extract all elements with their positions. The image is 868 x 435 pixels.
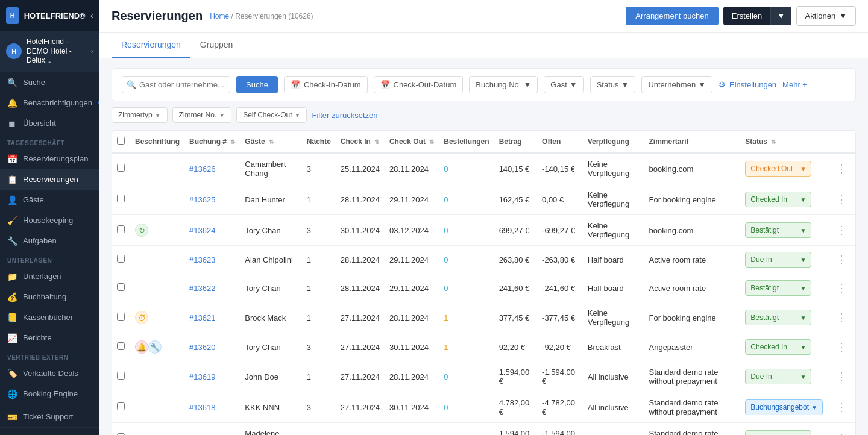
booking-link[interactable]: #13622 xyxy=(189,284,215,293)
status-header[interactable]: Status ⇅ xyxy=(740,131,828,153)
row-actions-button[interactable]: ⋮ xyxy=(832,310,851,325)
select-all-checkbox[interactable] xyxy=(117,137,125,145)
buchung-no-filter[interactable]: Buchung No. ▼ xyxy=(469,76,538,93)
row-checkbox[interactable] xyxy=(117,164,125,172)
buchung-cell: #13621 xyxy=(184,302,240,333)
row-actions-button[interactable]: ⋮ xyxy=(832,369,851,384)
row-actions-button[interactable]: ⋮ xyxy=(832,430,851,435)
unternehmen-filter[interactable]: Unternehmen ▼ xyxy=(641,76,712,93)
breadcrumb-home[interactable]: Home xyxy=(210,12,229,20)
status-badge[interactable]: Bestätigt ▼ xyxy=(745,280,811,296)
row-actions-button[interactable]: ⋮ xyxy=(832,280,851,296)
row-actions-button[interactable]: ⋮ xyxy=(832,339,851,355)
beschriftung-cell xyxy=(130,423,184,436)
zimmertarif-cell: booking.com xyxy=(644,215,741,246)
sidebar-item-buchhaltung[interactable]: 💰 Buchhaltung xyxy=(0,287,99,307)
status-badge[interactable]: Checked In ▼ xyxy=(745,339,811,355)
search-input[interactable] xyxy=(122,76,230,93)
search-button[interactable]: Suche xyxy=(236,76,278,93)
status-badge[interactable]: Checked In ▼ xyxy=(745,192,811,207)
checkin-date-filter[interactable]: 📅 Check-In-Datum xyxy=(284,76,368,93)
sidebar-item-ticket-support[interactable]: 🎫 Ticket Support xyxy=(0,407,99,427)
status-badge[interactable]: Bestätigt ▼ xyxy=(745,310,811,325)
row-checkbox[interactable] xyxy=(117,372,125,380)
buchung-cell: #13622 xyxy=(184,274,240,302)
booking-link[interactable]: #13620 xyxy=(189,343,215,352)
gast-filter[interactable]: Gast ▼ xyxy=(544,76,583,93)
naechte-cell: 1 xyxy=(302,246,336,274)
tab-reservierungen[interactable]: Reservierungen xyxy=(112,33,190,58)
sidebar-hotel[interactable]: H HotelFriend - DEMO Hotel - Delux... › xyxy=(0,31,99,72)
row-checkbox[interactable] xyxy=(117,313,125,321)
row-actions-button[interactable]: ⋮ xyxy=(832,399,851,415)
sidebar-item-suche[interactable]: 🔍 Suche xyxy=(0,72,99,93)
booking-link[interactable]: #13619 xyxy=(189,372,215,381)
status-badge[interactable]: Due In ▼ xyxy=(745,369,811,384)
checkout-date-filter[interactable]: 📅 Check-Out-Datum xyxy=(374,76,464,93)
checkout-cell: 28.11.2024 xyxy=(385,361,439,392)
chevron-down-icon: ▼ xyxy=(219,112,225,119)
checkin-header[interactable]: Check In ⇅ xyxy=(336,131,385,153)
sidebar-item-reservierungen[interactable]: 📋 Reservierungen xyxy=(0,169,99,190)
filter-reset-button[interactable]: Filter zurücksetzen xyxy=(312,111,377,120)
sidebar-item-reservierungsplan[interactable]: 📅 Reservierungsplan xyxy=(0,149,99,169)
row-checkbox[interactable] xyxy=(117,283,125,291)
row-actions-button[interactable]: ⋮ xyxy=(832,161,851,177)
naechte-cell: 3 xyxy=(302,153,336,184)
naechte-cell: 1 xyxy=(302,302,336,333)
sidebar-item-label: Booking Engine xyxy=(23,389,78,398)
buchung-header[interactable]: Buchung # ⇅ xyxy=(184,131,240,153)
tab-gruppen[interactable]: Gruppen xyxy=(190,33,242,58)
gaeste-header[interactable]: Gäste ⇅ xyxy=(240,131,301,153)
zimmertyp-chip[interactable]: Zimmertyp ▼ xyxy=(112,107,168,123)
booking-link[interactable]: #13625 xyxy=(189,195,215,204)
row-checkbox[interactable] xyxy=(117,255,125,263)
sidebar-item-kassenbuecher[interactable]: 📒 Kassenbücher xyxy=(0,307,99,328)
row-checkbox[interactable] xyxy=(117,402,125,410)
booking-link[interactable]: #13618 xyxy=(189,403,215,412)
booking-link[interactable]: #13623 xyxy=(189,255,215,264)
row-checkbox[interactable] xyxy=(117,225,125,233)
status-badge[interactable]: Bestätigt ▼ xyxy=(745,430,811,435)
self-checkout-chip[interactable]: Self Check-Out ▼ xyxy=(236,107,307,123)
person-icon: 👤 xyxy=(7,195,17,205)
checkout-header[interactable]: Check Out ⇅ xyxy=(385,131,439,153)
booking-link[interactable]: #13621 xyxy=(189,313,215,322)
offen-cell: -377,45 € xyxy=(537,302,583,333)
sidebar-item-booking-engine[interactable]: 🌐 Booking Engine xyxy=(0,384,99,404)
erstellen-button[interactable]: Erstellen xyxy=(723,7,771,25)
sidebar-item-benachrichtigungen[interactable]: 🔔 Benachrichtigungen 7 xyxy=(0,93,99,113)
row-actions-button[interactable]: ⋮ xyxy=(832,252,851,268)
sidebar-collapse-button[interactable]: ‹ xyxy=(90,10,93,21)
status-badge[interactable]: Bestätigt ▼ xyxy=(745,222,811,238)
sidebar-item-unterlagen[interactable]: 📁 Unterlagen xyxy=(0,266,99,287)
status-badge[interactable]: Buchungsangebot ▼ xyxy=(745,399,823,415)
zimmer-no-chip[interactable]: Zimmer No. ▼ xyxy=(172,107,232,123)
arrangement-buchen-button[interactable]: Arrangement buchen xyxy=(626,7,718,25)
sidebar-item-berichte[interactable]: 📈 Berichte xyxy=(0,328,99,348)
tasks-icon: 🔧 xyxy=(7,236,17,246)
row-checkbox[interactable] xyxy=(117,195,125,202)
sidebar-item-housekeeping[interactable]: 🧹 Housekeeping xyxy=(0,210,99,231)
sidebar-item-uebersicht[interactable]: ◼ Übersicht xyxy=(0,113,99,134)
chevron-down-icon: ▼ xyxy=(811,404,817,411)
sidebar-item-aufgaben[interactable]: 🔧 Aufgaben xyxy=(0,231,99,251)
aktionen-button[interactable]: Aktionen ▼ xyxy=(796,6,856,26)
row-checkbox[interactable] xyxy=(117,342,125,350)
checkin-cell: 27.11.2024 xyxy=(336,361,385,392)
settings-button[interactable]: ⚙ Einstellungen xyxy=(719,80,776,89)
booking-link[interactable]: #13624 xyxy=(189,226,215,235)
row-actions-cell: ⋮ xyxy=(828,302,855,333)
erstellen-dropdown-button[interactable]: ▼ xyxy=(770,7,791,25)
status-filter[interactable]: Status ▼ xyxy=(590,76,636,93)
betrag-value: 1.594,00 € xyxy=(499,429,530,435)
reservations-table: Beschriftung Buchung # ⇅ Gäste ⇅ Nächte xyxy=(112,130,856,435)
sidebar-item-gaeste[interactable]: 👤 Gäste xyxy=(0,190,99,210)
status-badge[interactable]: Checked Out ▼ xyxy=(745,161,811,177)
sidebar-item-verkaufte-deals[interactable]: 🏷️ Verkaufte Deals xyxy=(0,363,99,384)
row-actions-button[interactable]: ⋮ xyxy=(832,222,851,238)
row-actions-button[interactable]: ⋮ xyxy=(832,192,851,207)
mehr-button[interactable]: Mehr + xyxy=(782,80,807,89)
booking-link[interactable]: #13626 xyxy=(189,164,215,174)
status-badge[interactable]: Due In ▼ xyxy=(745,252,811,268)
